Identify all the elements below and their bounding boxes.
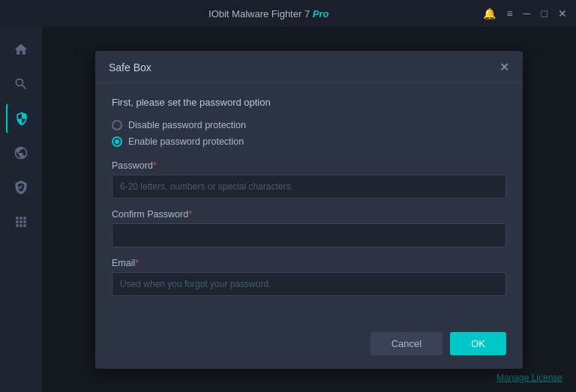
password-label: Password* [112,160,506,171]
radio-circle-enable[interactable] [112,136,122,147]
dialog-body: First, please set the password option Di… [95,83,523,323]
sidebar-item-globe[interactable] [6,138,36,168]
dialog-title: Safe Box [109,61,152,73]
sidebar-item-apps[interactable] [6,207,36,237]
title-bar-title: IObit Malware Fighter 7 Pro [54,8,483,19]
minimize-icon[interactable]: ─ [524,7,531,19]
main-layout: Safe Box ✕ First, please set the passwor… [0,27,576,392]
title-bar: IObit Malware Fighter 7 Pro 🔔 ≡ ─ □ ✕ [0,0,576,27]
radio-label-enable: Enable password protection [128,136,244,147]
sidebar-item-search[interactable] [6,69,36,99]
confirm-password-label: Confirm Password* [112,209,506,220]
menu-icon[interactable]: ≡ [506,7,512,19]
radio-circle-disable[interactable] [112,120,122,130]
title-bar-controls[interactable]: 🔔 ≡ ─ □ ✕ [483,7,567,19]
maximize-icon[interactable]: □ [542,7,548,19]
dialog-footer: Cancel OK [95,323,523,369]
email-field-group: Email* [112,258,506,296]
safe-box-dialog: Safe Box ✕ First, please set the passwor… [95,51,523,369]
dialog-close-button[interactable]: ✕ [500,61,509,73]
sidebar-item-protection[interactable] [6,172,36,202]
confirm-password-field-group: Confirm Password* [112,209,506,247]
sidebar [0,27,42,392]
notification-icon[interactable]: 🔔 [483,7,496,19]
close-icon[interactable]: ✕ [558,7,567,19]
ok-button[interactable]: OK [450,332,506,355]
password-field-group: Password* [112,160,506,199]
modal-overlay: Safe Box ✕ First, please set the passwor… [42,27,576,392]
radio-disable[interactable]: Disable password protection [112,120,506,130]
confirm-password-input[interactable] [112,223,506,247]
email-input[interactable] [112,272,506,296]
dialog-header: Safe Box ✕ [95,51,523,83]
content-area: Safe Box ✕ First, please set the passwor… [42,27,576,392]
radio-enable[interactable]: Enable password protection [112,136,506,147]
email-label: Email* [112,258,506,268]
cancel-button[interactable]: Cancel [370,332,442,355]
password-option-group: Disable password protection Enable passw… [112,120,506,147]
sidebar-item-home[interactable] [6,34,36,64]
sidebar-item-shield[interactable] [6,103,36,133]
radio-label-disable: Disable password protection [128,120,246,130]
password-input[interactable] [112,175,506,199]
dialog-instruction: First, please set the password option [112,97,506,108]
